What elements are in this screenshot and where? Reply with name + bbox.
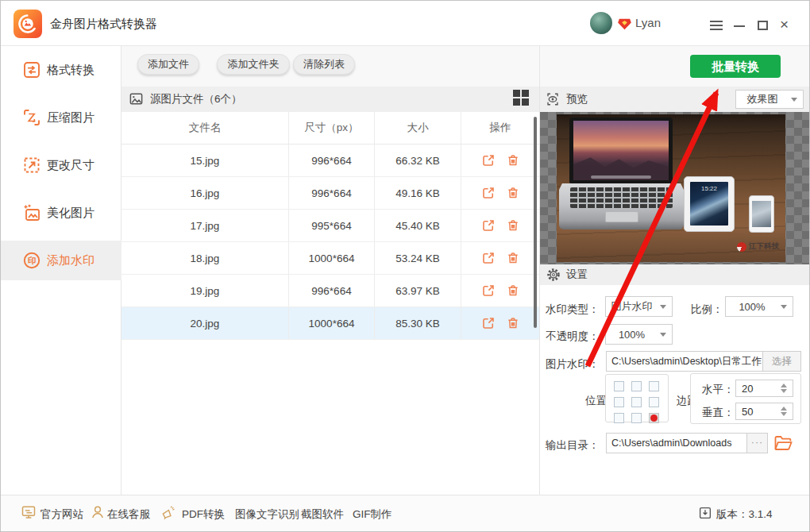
image-file-icon — [129, 91, 144, 106]
menu-icon[interactable] — [710, 25, 723, 26]
position-cell-selected[interactable] — [649, 413, 659, 423]
table-row[interactable]: 15.jpg996*66466.32 KB — [122, 145, 539, 177]
sidebar-item-label: 格式转换 — [47, 50, 94, 90]
preview-eye-icon — [546, 92, 560, 106]
horizontal-margin-stepper[interactable]: 20 — [735, 380, 793, 397]
position-cell[interactable] — [631, 381, 642, 391]
footer-link-ocr[interactable]: 图像文字识别 — [235, 507, 299, 522]
add-folder-button[interactable]: 添加文件夹 — [217, 54, 290, 75]
position-grid — [605, 374, 669, 422]
spin-up-icon[interactable] — [781, 384, 787, 387]
vertical-margin-stepper[interactable]: 50 — [735, 403, 793, 420]
spin-down-icon[interactable] — [781, 389, 787, 393]
footer-link-gif[interactable]: GIF制作 — [353, 507, 392, 522]
preview-mode-dropdown[interactable]: 效果图 — [735, 90, 804, 109]
sidebar: 格式转换 压缩图片 更改尺寸 美化图片 — [1, 46, 122, 495]
spin-up-icon[interactable] — [781, 407, 787, 411]
delete-file-icon[interactable] — [506, 153, 520, 168]
watermark-type-dropdown[interactable]: 图片水印 — [605, 296, 673, 317]
footer-link-customer-service[interactable]: 在线客服 — [107, 507, 150, 522]
minimize-button[interactable] — [734, 25, 745, 27]
laptop — [569, 118, 673, 183]
customer-service-icon — [90, 504, 106, 520]
position-cell[interactable] — [631, 413, 642, 423]
table-row[interactable]: 20.jpg1000*66485.30 KB — [122, 307, 539, 340]
position-cell[interactable] — [614, 397, 624, 407]
batch-convert-button[interactable]: 批量转换 — [690, 55, 781, 78]
delete-file-icon[interactable] — [506, 186, 520, 200]
row-actions-cell — [461, 242, 539, 274]
table-header: 文件名 尺寸（px） 大小 操作 — [122, 112, 539, 145]
file-size-cell: 53.24 KB — [375, 242, 461, 274]
position-cell[interactable] — [614, 381, 624, 391]
tablet: 15:22 — [684, 176, 735, 232]
scale-dropdown[interactable]: 100% — [725, 296, 793, 317]
clear-list-button[interactable]: 清除列表 — [293, 54, 355, 75]
column-header: 大小 — [375, 112, 461, 144]
opacity-label: 不透明度： — [546, 330, 600, 344]
grid-view-icon[interactable] — [513, 90, 529, 106]
sidebar-item-add-watermark[interactable]: 印 添加水印 — [1, 241, 122, 280]
image-watermark-path-input[interactable]: C:\Users\admin\Desktop\日常工作 — [606, 351, 763, 372]
footer-link-screenshot[interactable]: 截图软件 — [301, 507, 344, 522]
table-row[interactable]: 16.jpg996*66449.16 KB — [122, 177, 539, 210]
pdf-convert-icon — [160, 504, 176, 520]
position-cell[interactable] — [614, 413, 624, 423]
svg-text:印: 印 — [28, 256, 37, 265]
file-name-cell: 15.jpg — [122, 145, 289, 176]
user-name[interactable]: Lyan — [635, 16, 661, 29]
output-dir-input[interactable]: C:\Users\admin\Downloads — [606, 433, 747, 453]
select-watermark-button[interactable]: 选择 — [762, 351, 801, 372]
open-file-icon[interactable] — [481, 186, 496, 200]
phone — [749, 195, 774, 233]
sidebar-item-format-convert[interactable]: 格式转换 — [1, 50, 122, 90]
open-file-icon[interactable] — [481, 316, 496, 330]
footer-link-official-site[interactable]: 官方网站 — [40, 507, 83, 522]
dimensions-cell: 996*664 — [289, 177, 375, 209]
scale-label: 比例： — [691, 303, 723, 317]
open-file-icon[interactable] — [481, 251, 496, 265]
file-size-cell: 85.30 KB — [375, 307, 461, 339]
open-folder-icon[interactable] — [773, 434, 793, 452]
preview-area: 15:22 江下科技 — [540, 112, 810, 264]
maximize-button[interactable] — [758, 21, 768, 30]
open-file-icon[interactable] — [481, 153, 496, 168]
browse-output-button[interactable]: ··· — [746, 433, 768, 453]
file-size-cell: 66.32 KB — [375, 145, 461, 176]
format-convert-icon — [22, 60, 41, 79]
spin-down-icon[interactable] — [781, 412, 787, 416]
version-download-icon — [698, 506, 712, 520]
footer-link-pdf-convert[interactable]: PDF转换 — [182, 507, 225, 522]
delete-file-icon[interactable] — [506, 251, 520, 265]
opacity-dropdown[interactable]: 100% — [605, 324, 673, 345]
open-file-icon[interactable] — [481, 218, 496, 233]
position-cell[interactable] — [649, 397, 659, 407]
delete-file-icon[interactable] — [506, 218, 520, 233]
file-size-cell: 49.16 KB — [375, 177, 461, 209]
delete-file-icon[interactable] — [506, 283, 520, 298]
file-size-cell: 45.40 KB — [375, 210, 461, 241]
add-watermark-icon: 印 — [22, 251, 41, 270]
compress-image-icon — [22, 108, 41, 127]
add-file-button[interactable]: 添加文件 — [137, 54, 199, 75]
close-button[interactable]: × — [780, 17, 789, 33]
delete-file-icon[interactable] — [506, 316, 520, 330]
file-name-cell: 18.jpg — [122, 242, 289, 274]
open-file-icon[interactable] — [481, 283, 496, 298]
table-row[interactable]: 19.jpg996*66463.97 KB — [122, 275, 539, 307]
sidebar-item-resize[interactable]: 更改尺寸 — [1, 145, 122, 185]
title-bar: 金舟图片格式转换器 Lyan × — [1, 1, 809, 46]
dimensions-cell: 1000*664 — [289, 307, 375, 339]
sidebar-item-compress-image[interactable]: 压缩图片 — [1, 98, 122, 137]
position-cell[interactable] — [649, 381, 659, 391]
sidebar-item-beautify[interactable]: 美化图片 — [1, 193, 122, 233]
position-cell[interactable] — [631, 397, 642, 407]
column-header: 操作 — [461, 112, 539, 144]
table-row[interactable]: 17.jpg995*66445.40 KB — [122, 210, 539, 242]
user-avatar[interactable] — [590, 12, 612, 34]
chevron-down-icon — [660, 333, 666, 337]
table-row[interactable]: 18.jpg1000*66453.24 KB — [122, 242, 539, 275]
row-actions-cell — [461, 307, 539, 339]
row-actions-cell — [461, 177, 539, 209]
table-scrollbar[interactable] — [534, 117, 537, 328]
